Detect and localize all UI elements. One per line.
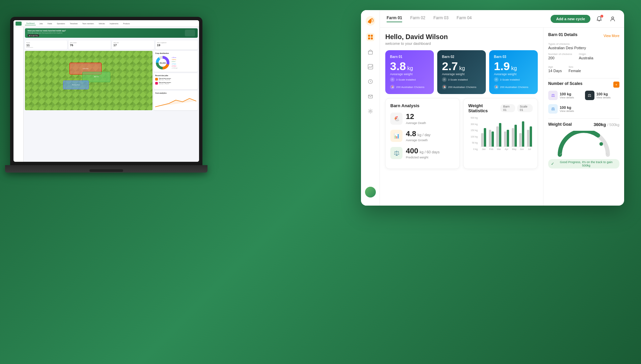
barn03-footer: ⚖ 3 Scale installed 🐔 200 Australian Chc… <box>494 77 533 89</box>
bar-jul-green <box>530 126 532 147</box>
age-label: Age <box>548 65 562 68</box>
scale-3-info: 100 kg View details <box>560 105 574 113</box>
chart-group-feb <box>488 130 495 147</box>
dashboard-content: Hello, David Wilson welcome to your dash… <box>380 28 624 206</box>
chart-y-axis: 500 kg 300 kg 150 kg 100 kg 50 kg 0 kg <box>468 117 479 150</box>
nav-clock-icon[interactable] <box>366 78 374 86</box>
nav-settings-icon[interactable] <box>366 107 374 115</box>
barn-card-02[interactable]: Barn 02 2.7 kg Avearage weight ⚖ 3 Sca <box>437 50 486 94</box>
scale-3-link[interactable]: View details <box>560 110 574 113</box>
laptop-nav-products[interactable]: Products <box>122 22 131 25</box>
jobs-active-value: 76 <box>70 43 109 47</box>
growth-value: 4.8 kg / day <box>406 129 430 138</box>
weight-goal-values: 360kg / 500kg <box>593 122 619 129</box>
barn-card-03[interactable]: Barn 03 1.9 kg Avearage weight ⚖ 3 Sca <box>489 50 538 94</box>
laptop-nav-timesheet[interactable]: Timesheet <box>68 22 79 25</box>
laptop-banner: Have you tried our newly launched mobile… <box>25 28 198 38</box>
laptop-base <box>5 165 207 173</box>
laptop-device: Dashboard Jobs Fields Operations Timeshe… <box>10 17 219 320</box>
laptop-nav-jobs[interactable]: Jobs <box>38 22 44 25</box>
svg-rect-8 <box>371 35 373 37</box>
nav-barn-icon[interactable] <box>366 48 374 56</box>
laptop-stats-row: Fields 11 45,343 acres Jobs active 76 Jo… <box>24 39 199 51</box>
x-label-feb: Feb <box>488 148 495 150</box>
detail-type: Types of chickens Australian Desi Potter… <box>548 42 619 50</box>
crop-chart-title: Crop distribution <box>155 52 196 54</box>
chart-bars <box>480 117 533 147</box>
recent-jobs-title: Recent due jobs <box>155 74 196 77</box>
svg-point-15 <box>369 111 371 112</box>
scales-add-btn[interactable]: + <box>613 82 619 88</box>
type-label: Types of chickens <box>548 42 619 46</box>
weight-stats-card: Weight Statistics Barn 01 Scale 01 500 k… <box>463 98 538 169</box>
barn03-unit: kg <box>511 66 517 71</box>
chart-group-may <box>511 125 518 147</box>
scales-section: Number of Scales + ⚖ 100 kg View details <box>548 81 619 116</box>
weight-goal-section: Weight Goal 360kg / 500kg <box>548 122 619 169</box>
nav-chart-icon[interactable] <box>366 63 374 71</box>
bar-may-gray <box>512 128 514 147</box>
google-play-btn[interactable]: ▶ Google Play <box>28 34 39 37</box>
chart-group-jul <box>526 126 533 147</box>
cost-chart <box>155 95 196 109</box>
scale-2-link[interactable]: View details <box>596 96 611 99</box>
type-value: Australian Desi Pottery <box>548 46 619 50</box>
scale-item-1: ⚖ 100 kg View details <box>548 91 583 100</box>
laptop-nav-implements[interactable]: Implements <box>108 22 120 25</box>
fields-sub: 45,343 acres <box>26 47 66 48</box>
growth-data: 4.8 kg / day Average Growth <box>406 129 430 142</box>
laptop-stat-fields: Fields 11 45,343 acres <box>25 40 67 50</box>
laptop-nav-dashboard[interactable]: Dashboard <box>25 22 36 25</box>
barn-details-title: Barn 01 Details <box>548 32 578 37</box>
greeting-hello: Hello, David Wilson <box>385 33 538 41</box>
nav-mail-icon[interactable] <box>366 92 374 100</box>
scale-item-3: ⚖ 100 kg View details <box>548 104 583 114</box>
tab-farm03[interactable]: Farm 03 <box>434 16 449 22</box>
barn03-label: Avearage weight <box>494 72 533 76</box>
growth-icon: 📊 <box>390 130 402 142</box>
scale-3-icon: ⚖ <box>548 104 558 114</box>
nav-grid-icon[interactable] <box>366 33 374 41</box>
tab-farm01[interactable]: Farm 01 <box>387 16 402 22</box>
scale-1-info: 100 kg View details <box>560 92 574 99</box>
job-item-1: Harvesting season ABC farm + Field 001 <box>155 78 196 81</box>
add-cycle-button[interactable]: Add a new cycle <box>551 15 590 23</box>
tab-farm02[interactable]: Farm 02 <box>410 16 425 22</box>
user-avatar[interactable] <box>365 187 376 198</box>
scale-2-kg: 100 kg <box>596 92 611 96</box>
svg-point-23 <box>600 142 603 146</box>
svg-text:45,344: 45,344 <box>160 62 166 64</box>
view-more-link[interactable]: View More <box>604 34 619 38</box>
scale-filter[interactable]: Scale 01 <box>517 104 533 112</box>
user-profile-button[interactable] <box>608 14 617 24</box>
laptop-stat-jobs-due: Jobs due 17 <box>112 40 154 50</box>
detail-origin: Origin Australia <box>579 53 593 60</box>
dashboard-center: Hello, David Wilson welcome to your dash… <box>380 28 543 206</box>
scale-2-info: 100 kg View details <box>596 92 611 99</box>
laptop-nav-team[interactable]: Team members <box>81 22 95 25</box>
laptop-stat-jobs-completed: Jobs completed 19 <box>156 40 198 50</box>
predict-data: 400 kg / 60 days Predicted weight <box>406 147 440 159</box>
scale-1-link[interactable]: View details <box>560 96 574 99</box>
x-label-mar: Mar <box>496 148 502 150</box>
barn01-unit: kg <box>407 66 413 71</box>
barn03-title: Barn 03 <box>494 55 533 59</box>
barn-card-01[interactable]: Barn 01 3.8 kg Avearage weight ⚖ 3 Sca <box>385 50 434 94</box>
laptop-nav-vehicles[interactable]: Vehicles <box>97 22 106 25</box>
detail-chickens-origin: Number of chickens 200 Origin Australia <box>548 53 619 63</box>
predict-value: 400 kg / 60 days <box>406 147 440 155</box>
barn03-scale-stat: ⚖ 3 Scale installed <box>494 77 533 82</box>
bar-jan-gray <box>481 133 483 147</box>
notification-button[interactable]: 2 <box>594 14 604 24</box>
cost-chart-title: Cost analytics <box>155 92 196 94</box>
barn02-unit: kg <box>459 66 465 71</box>
laptop-nav-operations[interactable]: Operations <box>55 22 66 25</box>
barn02-weight: 2.7 kg <box>442 60 481 72</box>
bar-apr-gray <box>504 131 506 147</box>
barn-filter[interactable]: Barn 01 <box>500 104 515 112</box>
death-icon: 🐔 <box>390 113 402 125</box>
tab-farm04[interactable]: Farm 04 <box>456 16 472 22</box>
scales-title: Number of Scales <box>548 81 582 86</box>
barn02-chicken-stat: 🐔 200 Australian Chckens <box>442 85 481 89</box>
laptop-nav-fields[interactable]: Fields <box>46 22 53 25</box>
